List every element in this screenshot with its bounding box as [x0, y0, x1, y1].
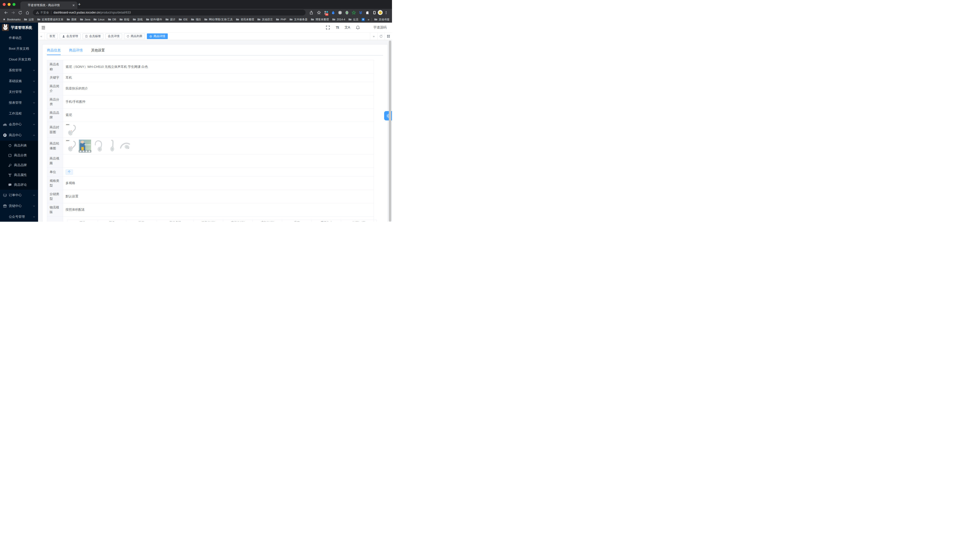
- tags-scroll-right-button[interactable]: »: [370, 33, 377, 40]
- extension-recorder-icon[interactable]: [345, 10, 349, 15]
- username[interactable]: 芋道源码: [373, 25, 387, 30]
- browser-menu-icon[interactable]: [384, 11, 388, 15]
- collapse-sidebar-icon[interactable]: [41, 25, 46, 30]
- folder-icon: [108, 18, 111, 21]
- bookmark-folder[interactable]: 博客未整理: [311, 18, 329, 21]
- extension-command-icon[interactable]: [338, 10, 342, 15]
- bookmark-folder[interactable]: 网站/博客/文章/工具: [204, 18, 232, 21]
- bookmark-folder[interactable]: 软件/硬件: [146, 18, 162, 21]
- home-icon[interactable]: [25, 11, 29, 15]
- extension-chevrons-icon[interactable]: [358, 10, 363, 15]
- bookmarks-root[interactable]: Bookmarks: [2, 18, 21, 21]
- bell-icon[interactable]: [356, 25, 360, 30]
- forward-icon[interactable]: [11, 11, 15, 15]
- field-label: 规格类型: [47, 177, 63, 190]
- close-tab-icon[interactable]: [72, 4, 75, 7]
- share-icon[interactable]: [309, 11, 313, 15]
- sidebar-item-product-category[interactable]: 商品分类: [0, 150, 38, 160]
- browser-tab[interactable]: 芋道管理系统 - 商品详情: [21, 2, 77, 9]
- new-tab-button[interactable]: +: [76, 1, 83, 8]
- bookmark-folder[interactable]: IDE: [178, 18, 188, 21]
- bookmark-folder[interactable]: 游戏: [133, 18, 143, 21]
- close-window-button[interactable]: [3, 3, 6, 6]
- sidebar-item-marketing-center[interactable]: 营销中心: [0, 201, 38, 211]
- sidebar-item-system[interactable]: 系统管理: [0, 65, 38, 76]
- grid-icon: [387, 35, 390, 38]
- bookmark-folder[interactable]: 项目: [191, 18, 201, 21]
- refresh-tag-button[interactable]: [377, 33, 385, 40]
- bookmark-folder[interactable]: 近期需要读的文章: [37, 18, 64, 21]
- field-value: [63, 154, 374, 168]
- sidebar-item-infra[interactable]: 基础设施: [0, 76, 38, 86]
- url-bar[interactable]: 不安全 dashboard-vue3.yudao.iocoder.cn /pro…: [33, 10, 305, 16]
- reload-icon[interactable]: [18, 11, 22, 15]
- field-label: 商品品牌: [47, 109, 63, 122]
- sidebar-item-report[interactable]: 报表管理: [0, 97, 38, 108]
- bookmark-folder[interactable]: 搜索: [67, 18, 76, 21]
- field-label: 单位: [47, 168, 63, 176]
- sidebar-item-workflow[interactable]: 工作流程: [0, 108, 38, 119]
- bookmark-folder[interactable]: 运营: [24, 18, 34, 21]
- fullscreen-icon[interactable]: [326, 25, 330, 30]
- sidebar-item-cloud-docs[interactable]: Cloud 开发文档: [0, 54, 38, 65]
- tags-scroll-left-button[interactable]: «: [38, 33, 45, 40]
- sidebar-item-official-account[interactable]: 公众号管理: [0, 211, 38, 222]
- field-label: 物流模版: [47, 203, 63, 216]
- bookmark-folder[interactable]: PHP: [276, 18, 286, 21]
- traffic-lights: [0, 3, 20, 6]
- chevron-down-icon: [33, 91, 35, 93]
- extension-pinned-icon[interactable]: 12: [324, 10, 328, 15]
- tab-product-detail[interactable]: 商品详情: [69, 48, 83, 55]
- tag-product-list[interactable]: 商品列表: [124, 34, 145, 39]
- back-icon[interactable]: [4, 11, 8, 15]
- sidebar-item-product-attribute[interactable]: 商品属性: [0, 170, 38, 180]
- sidebar-item-product-list[interactable]: 商品列表: [0, 140, 38, 150]
- other-bookmarks[interactable]: 其他书签: [374, 18, 390, 21]
- bookmark-folder[interactable]: DB: [108, 18, 116, 21]
- sidebar-item-member-center[interactable]: 会员中心: [0, 119, 38, 130]
- bookmark-folder[interactable]: 其他语言: [257, 18, 273, 21]
- sidebar-item-product-comment[interactable]: 商品评论: [0, 180, 38, 190]
- extension-green-star-icon[interactable]: [352, 10, 356, 15]
- bookmarks-overflow-button[interactable]: »: [368, 18, 369, 21]
- tag-member-label[interactable]: 会员标签: [83, 34, 103, 39]
- app-logo[interactable]: 芋道管理系统: [0, 22, 38, 32]
- column-header: 库存: [282, 220, 312, 222]
- extension-frame-icon[interactable]: [372, 10, 377, 15]
- sidebar-item-order-center[interactable]: 订单中心: [0, 190, 38, 201]
- profile-avatar[interactable]: [378, 10, 383, 15]
- tab-product-info[interactable]: 商品信息: [47, 48, 60, 55]
- layout-grid-button[interactable]: [385, 33, 392, 40]
- logo-avatar: [2, 24, 9, 31]
- sidebar-item-boot-docs[interactable]: Boot 开发文档: [0, 43, 38, 54]
- zoom-window-button[interactable]: [13, 3, 16, 6]
- apple-icon: [126, 35, 129, 38]
- tag-member-manage[interactable]: 会员管理: [60, 34, 81, 39]
- bookmark-folder[interactable]: 设计: [165, 18, 175, 21]
- sidebar-item-pay[interactable]: 支付管理: [0, 86, 38, 97]
- extensions-puzzle-icon[interactable]: [365, 10, 370, 15]
- bookmark-folder[interactable]: 前端: [119, 18, 129, 21]
- tag-home[interactable]: 首页: [47, 34, 58, 39]
- bookmark-folder[interactable]: Linux: [93, 18, 104, 21]
- font-size-icon[interactable]: Tt: [336, 26, 339, 29]
- tag-member-detail[interactable]: 会员详情: [105, 34, 122, 39]
- bookmark-folder[interactable]: 文件服务器: [290, 18, 307, 21]
- folder-icon: [178, 18, 182, 21]
- bookmark-folder[interactable]: 2014-4: [332, 18, 345, 21]
- tag-product-detail[interactable]: 商品详情: [147, 34, 168, 39]
- sidebar-item-product-brand[interactable]: 商品品牌: [0, 160, 38, 170]
- locale-icon[interactable]: 文A: [345, 25, 350, 30]
- page-scrollbar[interactable]: [389, 41, 391, 222]
- extension-drop-icon[interactable]: [331, 10, 335, 15]
- sidebar-item-product-center[interactable]: 商品中心: [0, 130, 38, 140]
- bookmark-folder[interactable]: 资讯未整理: [236, 18, 254, 21]
- sidebar-item-author-news[interactable]: 作者动态: [0, 32, 38, 43]
- minimize-window-button[interactable]: [8, 3, 11, 6]
- bookmark-folder[interactable]: Java: [80, 18, 90, 21]
- sku-header-row: 图片 颜色 版本 商品条码 销售价(元) 市场价(元) 成本价(元) 库存 重量: [67, 220, 377, 222]
- tab-other-settings[interactable]: 其他设置: [91, 48, 105, 55]
- bookmark-star-icon[interactable]: [317, 11, 321, 15]
- bookmark-folder[interactable]: 生活: [348, 18, 358, 21]
- field-value: 多规格: [63, 177, 374, 190]
